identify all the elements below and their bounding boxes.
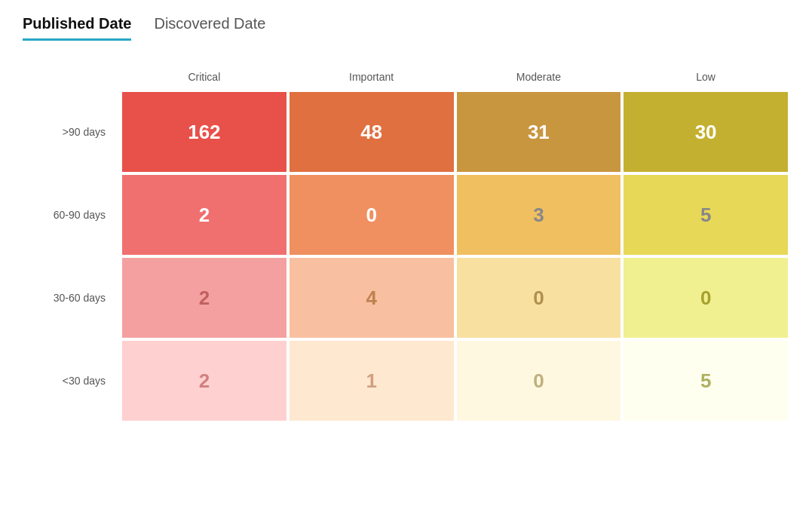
table-row: <30 days 2 1 0 5 bbox=[23, 339, 789, 422]
table-row: 60-90 days 2 0 3 5 bbox=[23, 173, 789, 256]
cell-90plus-low[interactable]: 30 bbox=[622, 90, 789, 173]
cell-60-90-critical[interactable]: 2 bbox=[121, 173, 288, 256]
cell-60-90-moderate[interactable]: 3 bbox=[455, 173, 623, 256]
row-label-90plus: >90 days bbox=[23, 90, 121, 173]
cell-90plus-important[interactable]: 48 bbox=[288, 90, 455, 173]
main-container: Published Date Discovered Date Critical … bbox=[23, 15, 789, 422]
cell-60-90-low[interactable]: 5 bbox=[622, 173, 789, 256]
row-label-lt30: <30 days bbox=[23, 339, 121, 422]
cell-90plus-moderate[interactable]: 31 bbox=[455, 90, 623, 173]
cell-30-60-important[interactable]: 4 bbox=[288, 256, 455, 339]
cell-lt30-critical[interactable]: 2 bbox=[121, 339, 288, 422]
row-cells: 2 0 3 5 bbox=[121, 173, 789, 256]
cell-30-60-moderate[interactable]: 0 bbox=[455, 256, 623, 339]
heatmap: Critical Important Moderate Low >90 days… bbox=[23, 71, 789, 422]
col-header-low: Low bbox=[622, 71, 789, 90]
tab-discovered-date[interactable]: Discovered Date bbox=[154, 15, 265, 41]
cell-lt30-low[interactable]: 5 bbox=[622, 339, 789, 422]
cell-30-60-low[interactable]: 0 bbox=[622, 256, 789, 339]
tab-bar: Published Date Discovered Date bbox=[23, 15, 789, 41]
row-cells: 2 4 0 0 bbox=[121, 256, 789, 339]
cell-90plus-critical[interactable]: 162 bbox=[121, 90, 288, 173]
col-header-critical: Critical bbox=[121, 71, 288, 90]
cell-30-60-critical[interactable]: 2 bbox=[121, 256, 288, 339]
table-row: >90 days 162 48 31 30 bbox=[23, 90, 789, 173]
cell-lt30-important[interactable]: 1 bbox=[288, 339, 455, 422]
row-cells: 162 48 31 30 bbox=[121, 90, 789, 173]
col-header-important: Important bbox=[288, 71, 455, 90]
column-headers: Critical Important Moderate Low bbox=[121, 71, 789, 90]
row-label-30-60: 30-60 days bbox=[23, 256, 121, 339]
col-header-moderate: Moderate bbox=[455, 71, 623, 90]
tab-published-date[interactable]: Published Date bbox=[23, 15, 131, 41]
table-row: 30-60 days 2 4 0 0 bbox=[23, 256, 789, 339]
cell-60-90-important[interactable]: 0 bbox=[288, 173, 455, 256]
cell-lt30-moderate[interactable]: 0 bbox=[455, 339, 623, 422]
heatmap-rows: >90 days 162 48 31 30 60-90 days 2 0 3 5 bbox=[23, 90, 789, 422]
row-cells: 2 1 0 5 bbox=[121, 339, 789, 422]
row-label-60-90: 60-90 days bbox=[23, 173, 121, 256]
